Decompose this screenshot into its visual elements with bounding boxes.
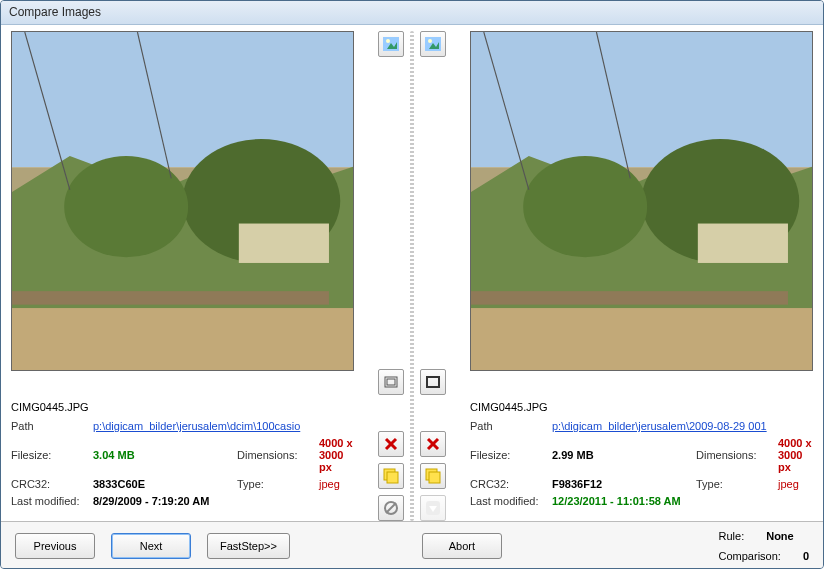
right-note-button[interactable] [420,463,446,489]
left-pane: jpeg - 4000 x 3000 px (~8.72%) CIMG0445.… [11,31,354,521]
left-path-label: Path [11,420,89,432]
left-path-link[interactable]: p:\digicam_bilder\jerusalem\dcim\100casi… [93,420,354,432]
right-filename: CIMG0445.JPG [470,401,813,413]
right-dimensions-label: Dimensions: [696,449,774,461]
svg-rect-6 [12,291,329,305]
right-type-label: Type: [696,478,774,490]
right-modified-value: 12/23/2011 - 11:01:58 AM [552,495,813,507]
faststep-button[interactable]: FastStep>> [207,533,290,559]
rule-label: Rule: [719,530,745,542]
left-crc-value: 3833C60E [93,478,233,490]
svg-line-20 [386,503,396,513]
comparison-row: Comparison: 0 [719,550,809,562]
vertical-splitter[interactable] [410,31,414,521]
rule-value: None [766,530,794,542]
svg-rect-37 [471,291,788,305]
right-path-label: Path [470,420,548,432]
svg-point-23 [428,39,432,43]
left-filesize-label: Filesize: [11,449,89,461]
right-details: CIMG0445.JPG Path p:\digicam_bilder\jeru… [470,401,813,507]
left-filename: CIMG0445.JPG [11,401,354,413]
left-window-button[interactable] [378,369,404,395]
svg-rect-5 [239,224,329,263]
left-details: CIMG0445.JPG Path p:\digicam_bilder\jeru… [11,401,354,507]
right-tool-column [420,31,466,521]
right-path-link[interactable]: p:\digicam_bilder\jerusalem\2009-08-29 0… [552,420,813,432]
right-dimensions-value: 4000 x 3000 px [778,437,813,473]
right-delete-button[interactable] [420,431,446,457]
right-down-button [420,495,446,521]
window-title: Compare Images [9,5,101,19]
window-titlebar: Compare Images [1,1,823,25]
left-dimensions-value: 4000 x 3000 px [319,437,354,473]
svg-rect-18 [387,472,398,483]
left-delete-button[interactable] [378,431,404,457]
left-crc-label: CRC32: [11,478,89,490]
left-tool-column [358,31,404,521]
right-pane: jpeg - 4000 x 3000 px (~8.72%) CIMG0445.… [470,31,813,521]
left-modified-value: 8/29/2009 - 7:19:20 AM [93,495,354,507]
main-content: jpeg - 4000 x 3000 px (~8.72%) CIMG0445.… [1,25,823,521]
right-modified-label: Last modified: [470,495,548,507]
left-modified-label: Last modified: [11,495,89,507]
abort-button[interactable]: Abort [422,533,502,559]
svg-rect-7 [12,308,353,370]
left-block-button[interactable] [378,495,404,521]
left-type-label: Type: [237,478,315,490]
left-filesize-value: 3.04 MB [93,449,233,461]
right-filesize-value: 2.99 MB [552,449,692,461]
right-crc-label: CRC32: [470,478,548,490]
comparison-label: Comparison: [719,550,781,562]
right-type-value: jpeg [778,478,813,490]
svg-rect-0 [12,32,353,167]
left-thumb-button[interactable] [378,31,404,57]
right-maximize-button[interactable] [420,369,446,395]
right-image[interactable]: jpeg - 4000 x 3000 px (~8.72%) [470,31,813,371]
svg-rect-31 [471,32,812,167]
svg-rect-36 [698,224,788,263]
previous-button[interactable]: Previous [15,533,95,559]
left-type-value: jpeg [319,478,354,490]
svg-point-12 [386,39,390,43]
left-image[interactable]: jpeg - 4000 x 3000 px (~8.72%) [11,31,354,371]
comparison-value: 0 [803,550,809,562]
left-note-button[interactable] [378,463,404,489]
button-row: Previous Next FastStep>> Abort [15,533,719,559]
svg-rect-14 [387,379,395,385]
next-button[interactable]: Next [111,533,191,559]
svg-rect-28 [429,472,440,483]
svg-rect-38 [471,308,812,370]
left-dimensions-label: Dimensions: [237,449,315,461]
right-filesize-label: Filesize: [470,449,548,461]
svg-rect-24 [427,377,439,387]
right-thumb-button[interactable] [420,31,446,57]
right-crc-value: F9836F12 [552,478,692,490]
footer: Rule: None Previous Next FastStep>> Abor… [1,521,823,568]
rule-row: Rule: None [719,530,809,542]
